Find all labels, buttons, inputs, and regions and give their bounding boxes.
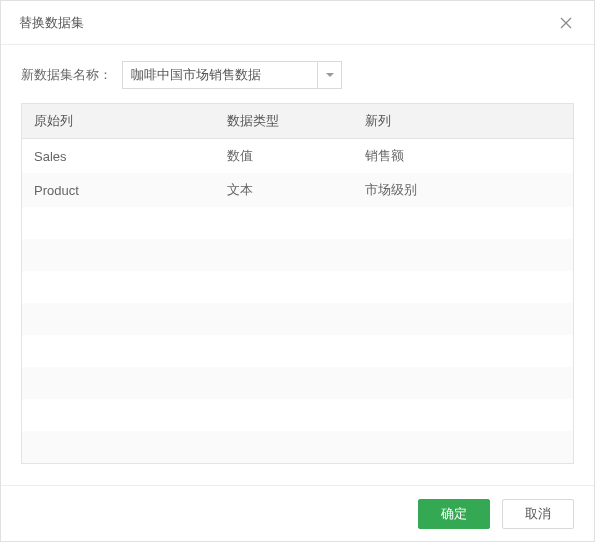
table-row-empty — [22, 303, 573, 335]
cell-datatype: 数值 — [215, 139, 353, 174]
dialog-title: 替换数据集 — [19, 14, 84, 32]
close-button[interactable] — [556, 13, 576, 33]
cell-original: Product — [22, 173, 215, 207]
table-row-empty — [22, 207, 573, 239]
column-mapping-table: 原始列 数据类型 新列 Sales数值销售额Product文本市场级别 — [22, 104, 573, 463]
table-row-empty — [22, 239, 573, 271]
ok-button[interactable]: 确定 — [418, 499, 490, 529]
table-row-empty — [22, 399, 573, 431]
dropdown-arrow — [317, 62, 341, 88]
cell-newcol: 市场级别 — [353, 173, 573, 207]
table-row-empty — [22, 271, 573, 303]
table-row-empty — [22, 431, 573, 463]
cell-datatype: 文本 — [215, 173, 353, 207]
table-row-empty — [22, 335, 573, 367]
dialog-header: 替换数据集 — [1, 1, 594, 45]
cell-newcol: 销售额 — [353, 139, 573, 174]
header-datatype: 数据类型 — [215, 104, 353, 139]
dialog-body: 新数据集名称： 咖啡中国市场销售数据 原始列 数据类型 新列 Sales数值销售… — [1, 45, 594, 485]
cell-original: Sales — [22, 139, 215, 174]
table-row-empty — [22, 367, 573, 399]
header-newcol: 新列 — [353, 104, 573, 139]
chevron-down-icon — [326, 73, 334, 78]
column-mapping-table-wrap: 原始列 数据类型 新列 Sales数值销售额Product文本市场级别 — [21, 103, 574, 464]
table-header-row: 原始列 数据类型 新列 — [22, 104, 573, 139]
dataset-name-row: 新数据集名称： 咖啡中国市场销售数据 — [21, 61, 574, 89]
dialog-footer: 确定 取消 — [1, 485, 594, 541]
table-row[interactable]: Sales数值销售额 — [22, 139, 573, 174]
dataset-name-label: 新数据集名称： — [21, 66, 112, 84]
table-row[interactable]: Product文本市场级别 — [22, 173, 573, 207]
replace-dataset-dialog: 替换数据集 新数据集名称： 咖啡中国市场销售数据 原始列 数据类型 新列 — [0, 0, 595, 542]
dataset-select[interactable]: 咖啡中国市场销售数据 — [122, 61, 342, 89]
dataset-select-value: 咖啡中国市场销售数据 — [131, 66, 261, 84]
cancel-button[interactable]: 取消 — [502, 499, 574, 529]
header-original: 原始列 — [22, 104, 215, 139]
close-icon — [560, 17, 572, 29]
